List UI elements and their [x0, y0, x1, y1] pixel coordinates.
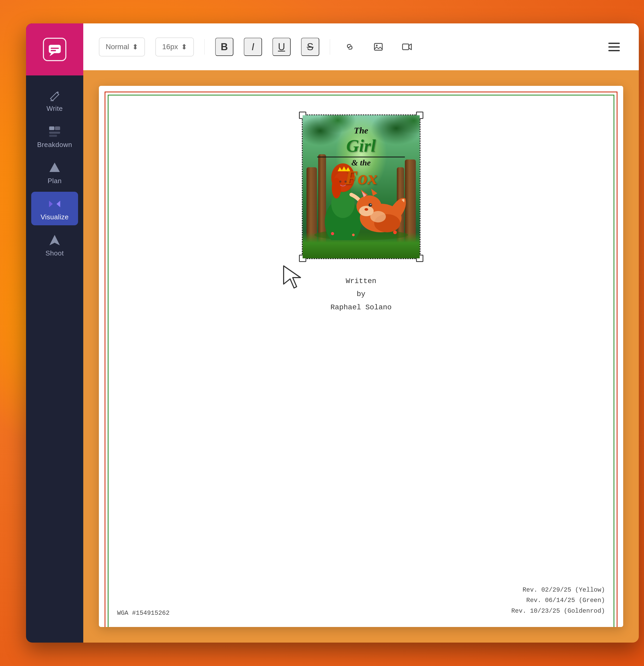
shoot-label: Shoot	[46, 249, 64, 257]
title-divider	[317, 157, 405, 157]
cursor-arrow	[281, 263, 304, 290]
svg-point-35	[368, 203, 372, 207]
font-size-selector[interactable]: 16px ⬍	[155, 37, 194, 56]
svg-point-15	[376, 45, 378, 46]
sidebar-item-visualize[interactable]: Visualize	[31, 192, 78, 225]
svg-marker-1	[49, 53, 54, 56]
by-label: by	[330, 288, 391, 301]
wga-number: WGA #154915262	[117, 610, 170, 617]
svg-rect-6	[55, 126, 60, 130]
svg-marker-10	[49, 201, 53, 207]
book-title-overlay: The Girl & the Fox	[302, 126, 420, 189]
visualize-label: Visualize	[40, 213, 69, 221]
svg-rect-5	[49, 126, 54, 130]
main-area: Normal ⬍ 16px ⬍ B I U S	[83, 23, 639, 643]
link-button[interactable]	[341, 38, 359, 56]
doc-content: The Girl & the Fox	[99, 86, 623, 627]
app-container: Write Breakdown	[26, 23, 639, 643]
menu-line-3	[608, 50, 620, 51]
visualize-icon	[48, 197, 61, 210]
menu-line-2	[608, 46, 620, 48]
title-the: The	[302, 126, 420, 136]
strikethrough-button[interactable]: S	[301, 38, 319, 56]
svg-point-38	[370, 211, 386, 223]
svg-point-37	[365, 208, 368, 211]
sidebar-logo	[26, 23, 83, 75]
svg-marker-12	[49, 235, 60, 245]
doc-area: The Girl & the Fox	[83, 70, 639, 643]
svg-marker-34	[371, 189, 377, 196]
video-button[interactable]	[398, 38, 416, 56]
title-girl: Girl	[346, 136, 376, 156]
doc-page: The Girl & the Fox	[99, 86, 623, 627]
svg-rect-0	[49, 45, 60, 53]
chat-icon	[48, 42, 62, 57]
shoot-icon	[48, 234, 61, 247]
toolbar-divider-1	[204, 39, 205, 55]
logo-icon	[43, 38, 66, 61]
write-label: Write	[47, 105, 63, 113]
selection-box: The Girl & the Fox	[302, 115, 420, 259]
bold-button[interactable]: B	[215, 38, 233, 56]
page-footer: WGA #154915262 Rev. 02/29/25 (Yellow) Re…	[99, 585, 623, 617]
written-by-section: Written by Raphael Solano	[330, 275, 391, 314]
svg-point-36	[370, 204, 371, 205]
svg-rect-7	[49, 132, 60, 134]
svg-rect-14	[375, 43, 382, 50]
sidebar: Write Breakdown	[26, 23, 83, 643]
title-amp: & the	[302, 158, 420, 168]
toolbar: Normal ⬍ 16px ⬍ B I U S	[83, 23, 639, 70]
sidebar-item-plan[interactable]: Plan	[31, 156, 78, 189]
font-size-label: 16px	[162, 43, 178, 51]
revision-3: Rev. 10/23/25 (Goldenrod)	[511, 606, 605, 617]
italic-button[interactable]: I	[244, 38, 262, 56]
video-icon	[402, 42, 412, 52]
link-icon	[345, 42, 355, 52]
author-name: Raphael Solano	[330, 301, 391, 314]
sidebar-item-shoot[interactable]: Shoot	[31, 228, 78, 261]
image-button[interactable]	[369, 38, 387, 56]
breakdown-icon	[48, 125, 61, 138]
svg-rect-2	[51, 48, 58, 49]
svg-marker-9	[49, 163, 60, 172]
plan-icon	[48, 161, 61, 174]
write-icon	[48, 89, 61, 102]
revisions-list: Rev. 02/29/25 (Yellow) Rev. 06/14/25 (Gr…	[511, 585, 605, 617]
svg-rect-3	[51, 50, 56, 51]
toolbar-divider-2	[330, 39, 330, 55]
svg-line-13	[348, 46, 351, 48]
svg-marker-42	[284, 266, 300, 288]
plan-label: Plan	[48, 177, 62, 185]
svg-point-39	[331, 232, 334, 235]
written-label: Written	[330, 275, 391, 288]
sidebar-item-breakdown[interactable]: Breakdown	[31, 119, 78, 153]
svg-rect-16	[402, 44, 409, 50]
menu-line-1	[608, 43, 620, 44]
sidebar-item-write[interactable]: Write	[31, 83, 78, 117]
format-chevron-icon: ⬍	[132, 43, 138, 51]
font-size-chevron-icon: ⬍	[181, 43, 187, 51]
svg-point-41	[393, 230, 397, 234]
revision-1: Rev. 02/29/25 (Yellow)	[511, 585, 605, 596]
format-selector[interactable]: Normal ⬍	[99, 37, 145, 56]
underline-button[interactable]: U	[273, 38, 291, 56]
revision-2: Rev. 06/14/25 (Green)	[511, 595, 605, 606]
image-icon	[373, 42, 383, 52]
image-selection-container[interactable]: The Girl & the Fox	[302, 115, 420, 259]
svg-rect-8	[49, 135, 57, 137]
sidebar-nav: Write Breakdown	[26, 75, 83, 261]
format-label: Normal	[106, 43, 129, 51]
menu-button[interactable]	[605, 38, 623, 56]
breakdown-label: Breakdown	[37, 141, 72, 149]
title-fox: Fox	[302, 166, 420, 189]
book-cover-image: The Girl & the Fox	[302, 115, 420, 258]
svg-marker-11	[56, 201, 60, 207]
svg-point-40	[352, 234, 355, 236]
